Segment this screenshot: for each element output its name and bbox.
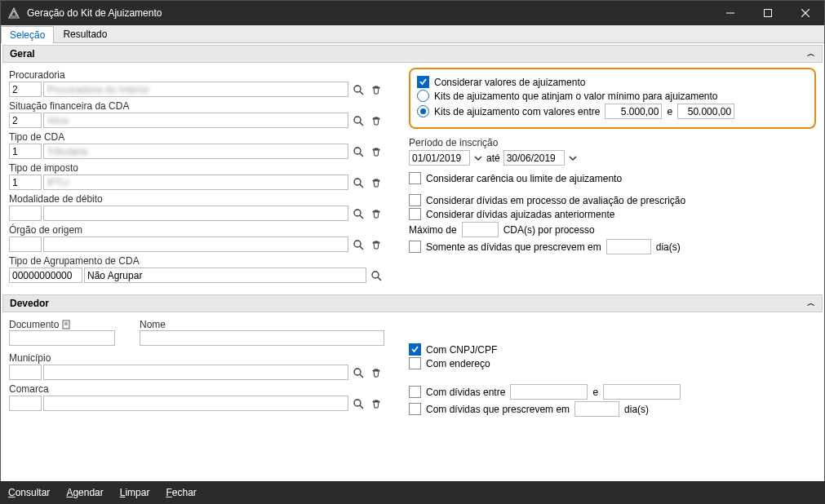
clear-icon[interactable] [368,396,384,411]
modalidade-code-input[interactable] [9,206,42,221]
radio-valores-entre-label: Kits de ajuizamento com valores entre [434,106,600,117]
svg-point-10 [354,179,361,185]
orgao-desc-input[interactable] [43,237,348,252]
municipio-desc-input[interactable] [43,365,348,380]
date-from-input[interactable] [409,150,470,166]
svg-point-23 [354,400,361,406]
agendar-button[interactable]: Agendar [66,487,103,498]
tipo-imposto-desc-input[interactable] [43,175,348,190]
close-button[interactable] [787,1,824,25]
agrup-code-input[interactable] [9,267,82,283]
radio-valores-entre[interactable] [417,105,429,117]
chevron-down-icon[interactable] [568,153,578,163]
svg-line-17 [378,277,381,281]
agrup-label: Tipo de Agrupamento de CDA [9,254,384,267]
section-title-devedor: Devedor [10,298,49,309]
svg-line-22 [360,374,363,378]
documento-input[interactable] [9,330,115,346]
com-cnpj-checkbox[interactable] [409,343,421,356]
svg-line-5 [360,91,363,95]
clear-icon[interactable] [368,113,384,128]
maximo-pre-label: Máximo de [409,224,457,236]
prescricao-checkbox[interactable] [409,194,421,206]
dias-label: dia(s) [656,241,681,253]
clear-icon[interactable] [368,175,384,190]
orgao-code-input[interactable] [9,237,42,252]
section-header-devedor[interactable]: Devedor ︿ [2,294,823,312]
minimize-button[interactable] [712,1,749,25]
svg-line-13 [360,215,363,219]
comarca-code-input[interactable] [9,396,42,411]
chevron-down-icon[interactable] [473,153,483,163]
considerar-valores-checkbox[interactable] [417,76,429,88]
tipo-imposto-code-input[interactable] [9,175,42,190]
tipo-cda-desc-input[interactable] [43,144,348,159]
dividas-from-input[interactable] [510,384,588,400]
search-icon[interactable] [350,82,366,97]
consultar-button[interactable]: CConsultaronsultar [8,487,50,498]
maximo-cda-input[interactable] [462,222,499,237]
periodo-label: Período de inscrição [409,135,816,148]
dividas-prescrevem-checkbox[interactable] [409,403,421,415]
search-icon[interactable] [350,396,366,411]
somente-prescrevem-checkbox[interactable] [409,241,421,253]
fechar-button[interactable]: Fechar [166,487,196,498]
procuradoria-code-input[interactable] [9,82,42,97]
clear-icon[interactable] [368,82,384,97]
svg-line-15 [360,246,363,250]
tipo-cda-label: Tipo de CDA [9,130,384,143]
modalidade-desc-input[interactable] [43,206,348,221]
maximize-button[interactable] [749,1,787,25]
dividas-entre-checkbox[interactable] [409,386,421,398]
search-icon[interactable] [350,113,366,128]
footer-bar: CConsultaronsultar Agendar Limpar Fechar [0,481,825,504]
svg-point-21 [354,369,361,375]
carencia-checkbox[interactable] [409,172,421,184]
section-header-geral[interactable]: Geral ︿ [2,45,823,63]
dividas-prescrevem-label: Com dívidas que prescrevem em [426,404,570,415]
clear-icon[interactable] [368,365,384,380]
comarca-label: Comarca [9,382,384,395]
somente-dias-input[interactable] [606,239,651,254]
date-to-input[interactable] [503,150,565,166]
comarca-desc-input[interactable] [43,396,348,411]
procuradoria-desc-input[interactable] [43,82,348,97]
clear-icon[interactable] [368,237,384,252]
tipo-imposto-label: Tipo de imposto [9,161,384,174]
situacao-code-input[interactable] [9,113,42,128]
tab-resultado[interactable]: Resultado [54,25,116,42]
window-title: Geração do Kit de Ajuizamento [27,7,712,19]
search-icon[interactable] [350,237,366,252]
nome-input[interactable] [140,330,384,346]
situacao-desc-input[interactable] [43,113,348,128]
search-icon[interactable] [350,365,366,380]
documento-label: Documento [9,319,59,330]
com-endereco-checkbox[interactable] [409,357,421,369]
tab-selecao[interactable]: Seleção [1,26,54,43]
radio-valor-minimo-label: Kits de ajuizamento que atinjam o valor … [434,91,718,102]
clear-icon[interactable] [368,144,384,159]
search-icon[interactable] [368,267,384,283]
dividas-entre-label: Com dívidas entre [426,387,505,398]
prescricao-label: Considerar dívidas em processo de avalia… [426,195,685,206]
search-icon[interactable] [350,144,366,159]
app-icon [7,7,20,20]
agrup-desc-input[interactable] [84,267,366,283]
valor-to-input[interactable] [677,104,734,119]
tipo-cda-code-input[interactable] [9,144,42,159]
chevron-up-icon: ︿ [807,48,815,60]
ajuizadas-label: Considerar dívidas ajuizadas anteriormen… [426,209,614,220]
orgao-label: Órgão de origem [9,223,384,236]
radio-valor-minimo[interactable] [417,90,429,102]
dias-label-2: dia(s) [624,404,649,415]
municipio-code-input[interactable] [9,365,42,380]
search-icon[interactable] [350,206,366,221]
dividas-dias-input[interactable] [574,401,619,417]
limpar-button[interactable]: Limpar [120,487,150,498]
valor-from-input[interactable] [605,104,662,119]
e-label-2: e [592,387,598,398]
search-icon[interactable] [350,175,366,190]
dividas-to-input[interactable] [603,384,681,400]
clear-icon[interactable] [368,206,384,221]
ajuizadas-checkbox[interactable] [409,208,421,220]
